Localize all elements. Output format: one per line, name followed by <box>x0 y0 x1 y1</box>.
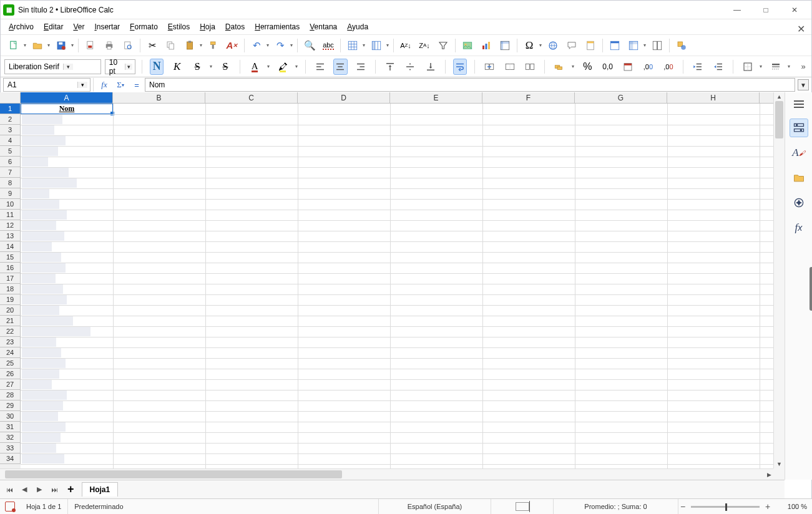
col-header-D[interactable]: D <box>298 92 390 103</box>
col-header-C[interactable]: C <box>205 92 298 103</box>
add-decimal-button[interactable]: ,00 <box>641 59 655 75</box>
row-header-14[interactable]: 14 <box>0 241 21 252</box>
menu-estilos[interactable]: Estilos <box>164 21 194 32</box>
print-button[interactable] <box>101 37 117 54</box>
remove-decimal-button[interactable]: ,00 <box>662 59 675 75</box>
row-header-28[interactable]: 28 <box>0 390 21 400</box>
insert-image-button[interactable] <box>459 37 476 54</box>
headers-footers-button[interactable] <box>582 37 599 54</box>
special-char-dropdown[interactable]: ▾ <box>537 42 544 48</box>
language[interactable]: Español (España) <box>379 499 491 514</box>
zoom-out-button[interactable]: − <box>678 502 687 512</box>
row-button[interactable] <box>345 37 361 54</box>
equals-button[interactable]: = <box>129 78 145 92</box>
currency-dropdown[interactable]: ▾ <box>570 64 576 69</box>
font-color-button[interactable]: A <box>248 59 262 75</box>
row-header-24[interactable]: 24 <box>0 347 21 358</box>
row-header-10[interactable]: 10 <box>0 199 21 210</box>
font-color-dropdown[interactable]: ▾ <box>265 64 271 69</box>
col-header-A[interactable]: A <box>21 92 113 103</box>
row-header-16[interactable]: 16 <box>0 263 21 273</box>
scroll-thumb[interactable] <box>5 470 342 478</box>
row-header-31[interactable]: 31 <box>0 422 21 432</box>
row-header-1[interactable]: 1 <box>0 104 21 114</box>
zoom-value[interactable]: 100 % <box>776 503 807 510</box>
align-center-button[interactable] <box>333 59 347 75</box>
menu-hoja[interactable]: Hoja <box>195 21 220 32</box>
column-dropdown[interactable]: ▾ <box>384 42 391 48</box>
row-header-5[interactable]: 5 <box>0 146 21 157</box>
function-wizard-button[interactable]: fx <box>96 78 112 92</box>
unmerge-button[interactable] <box>523 59 537 75</box>
paste-button[interactable] <box>182 37 198 54</box>
column-button[interactable] <box>368 37 384 54</box>
row-header-7[interactable]: 7 <box>0 167 21 178</box>
scroll-right-icon[interactable]: ▶ <box>765 469 773 480</box>
col-header-B[interactable]: B <box>113 92 205 103</box>
first-sheet-button[interactable]: ⏮ <box>4 483 15 496</box>
prev-sheet-button[interactable]: ◀ <box>19 483 30 496</box>
split-button[interactable] <box>649 37 665 54</box>
row-dropdown[interactable]: ▾ <box>361 42 367 48</box>
row-header-27[interactable]: 27 <box>0 379 21 390</box>
row-header-11[interactable]: 11 <box>0 210 21 220</box>
special-char-button[interactable]: Ω <box>521 37 537 54</box>
percent-button[interactable]: % <box>580 59 594 75</box>
new-dropdown[interactable]: ▾ <box>22 42 28 48</box>
close-button[interactable]: ✕ <box>780 1 809 19</box>
menu-ver[interactable]: Ver <box>69 21 89 32</box>
chevron-down-icon[interactable]: ▾ <box>77 82 87 88</box>
border-style-dropdown[interactable]: ▾ <box>786 64 792 69</box>
new-button[interactable] <box>6 37 22 54</box>
clear-format-button[interactable]: A✕ <box>224 37 240 54</box>
freeze-dropdown[interactable]: ▾ <box>642 42 648 48</box>
sort-desc-button[interactable]: ZA↓ <box>416 37 433 54</box>
styles-panel-button[interactable]: A🖌 <box>790 143 808 162</box>
minimize-button[interactable]: ― <box>723 1 751 19</box>
name-box[interactable]: A1▾ <box>3 78 90 92</box>
col-header-F[interactable]: F <box>482 92 575 103</box>
page-style[interactable]: Predeterminado <box>68 499 379 514</box>
insert-mode[interactable] <box>491 499 554 514</box>
menu-insertar[interactable]: Insertar <box>90 21 124 32</box>
increase-indent-button[interactable] <box>691 59 705 75</box>
sidebar-grip[interactable] <box>810 267 812 311</box>
formula-expand-button[interactable]: ▼ <box>798 79 809 90</box>
menu-datos[interactable]: Datos <box>221 21 249 32</box>
gallery-panel-button[interactable] <box>790 168 808 187</box>
toolbar-overflow-button[interactable]: » <box>799 62 808 71</box>
underline-dropdown[interactable]: ▾ <box>208 64 213 69</box>
copy-button[interactable] <box>163 37 179 54</box>
row-header-4[interactable]: 4 <box>0 135 21 146</box>
row-header-33[interactable]: 33 <box>0 443 21 453</box>
row-header-22[interactable]: 22 <box>0 326 21 337</box>
next-sheet-button[interactable]: ▶ <box>34 483 45 496</box>
cut-button[interactable]: ✂ <box>144 37 160 54</box>
row-header-29[interactable]: 29 <box>0 400 21 411</box>
font-name-combo[interactable]: Liberation Serif▾ <box>4 59 101 74</box>
menu-editar[interactable]: Editar <box>39 21 67 32</box>
decrease-indent-button[interactable] <box>711 59 725 75</box>
sheet-tab[interactable]: Hoja1 <box>82 482 119 497</box>
row-header-30[interactable]: 30 <box>0 411 21 422</box>
row-header-15[interactable]: 15 <box>0 252 21 263</box>
chevron-down-icon[interactable]: ▾ <box>125 64 132 70</box>
paste-dropdown[interactable]: ▾ <box>198 42 204 48</box>
functions-panel-button[interactable]: fx <box>790 218 808 237</box>
sidebar-menu-button[interactable] <box>790 96 808 112</box>
row-header-23[interactable]: 23 <box>0 337 21 347</box>
find-button[interactable]: 🔍 <box>301 37 318 54</box>
align-left-button[interactable] <box>313 59 327 75</box>
export-pdf-button[interactable] <box>82 37 99 54</box>
save-status-icon[interactable] <box>5 502 15 512</box>
maximize-button[interactable]: □ <box>751 1 780 19</box>
redo-button[interactable]: ↷ <box>272 37 288 54</box>
scroll-thumb[interactable] <box>775 101 783 138</box>
aggregate[interactable]: Promedio: ; Suma: 0 <box>554 499 678 514</box>
freeze-button[interactable] <box>625 37 642 54</box>
row-header-6[interactable]: 6 <box>0 157 21 167</box>
row-header-12[interactable]: 12 <box>0 220 21 231</box>
row-header-19[interactable]: 19 <box>0 294 21 305</box>
insert-chart-button[interactable] <box>478 37 494 54</box>
save-dropdown[interactable]: ▾ <box>69 42 76 48</box>
